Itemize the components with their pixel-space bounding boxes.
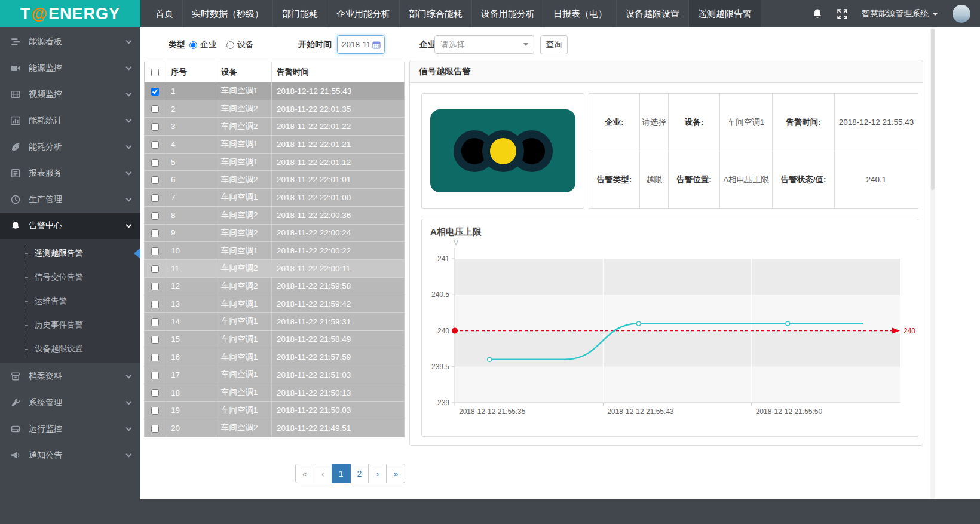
table-row[interactable]: 18车间空调12018-11-22 21:50:13 <box>145 384 405 402</box>
active-item-marker-icon <box>134 248 140 259</box>
row-checkbox[interactable] <box>151 354 159 361</box>
row-checkbox[interactable] <box>151 336 159 344</box>
table-row[interactable]: 13车间空调12018-11-22 21:59:42 <box>145 295 405 313</box>
nav-item-2[interactable]: 实时数据（秒级） <box>182 0 272 27</box>
table-row[interactable]: 7车间空调12018-11-22 22:01:00 <box>145 189 405 207</box>
type-radio-2[interactable]: 设备 <box>226 39 254 50</box>
sidebar-item-10[interactable]: 系统管理 <box>0 390 140 416</box>
start-time-input[interactable]: 2018-11 <box>337 35 385 54</box>
row-device: 车间空调2 <box>216 277 272 295</box>
sidebar-item-5[interactable]: 能耗分析 <box>0 134 140 160</box>
row-checkbox[interactable] <box>151 123 159 131</box>
page-first-button[interactable]: « <box>295 464 314 483</box>
table-row[interactable]: 3车间空调22018-11-22 22:01:22 <box>145 118 405 136</box>
page-next-button[interactable]: › <box>368 464 387 483</box>
sidebar-item-11[interactable]: 运行监控 <box>0 416 140 442</box>
sidebar-subitem-5[interactable]: 设备越限设置 <box>0 337 140 361</box>
table-row[interactable]: 16车间空调12018-11-22 21:57:59 <box>145 348 405 366</box>
table-row[interactable]: 19车间空调12018-11-22 21:50:03 <box>145 402 405 419</box>
radio-icon[interactable] <box>189 41 197 49</box>
table-row[interactable]: 5车间空调12018-11-22 22:01:12 <box>145 153 405 171</box>
row-checkbox[interactable] <box>151 247 159 255</box>
sidebar-subitem-1[interactable]: 遥测越限告警 <box>0 241 140 265</box>
row-device: 车间空调2 <box>216 171 272 189</box>
row-checkbox[interactable] <box>151 194 159 202</box>
page-2-button[interactable]: 2 <box>350 464 369 483</box>
row-checkbox[interactable] <box>151 301 159 308</box>
row-time: 2018-11-22 21:50:03 <box>272 402 405 419</box>
table-row[interactable]: 6车间空调22018-11-22 22:01:01 <box>145 171 405 189</box>
row-checkbox[interactable] <box>151 265 159 273</box>
sidebar-subitem-3[interactable]: 运维告警 <box>0 289 140 313</box>
table-row[interactable]: 9车间空调22018-11-22 22:00:24 <box>145 224 405 242</box>
page-prev-button[interactable]: ‹ <box>314 464 332 483</box>
select-all-checkbox[interactable] <box>151 69 159 76</box>
row-checkbox[interactable] <box>151 372 159 379</box>
sidebar-subitem-4[interactable]: 历史事件告警 <box>0 313 140 337</box>
sidebar-item-1[interactable]: 能源看板 <box>0 29 140 55</box>
row-checkbox[interactable] <box>151 159 159 167</box>
nav-item-7[interactable]: 日报表（电） <box>544 0 616 27</box>
table-row[interactable]: 4车间空调12018-11-22 22:01:21 <box>145 136 405 154</box>
table-row[interactable]: 2车间空调22018-11-22 22:01:35 <box>145 100 405 118</box>
sidebar-item-12[interactable]: 通知公告 <box>0 442 140 468</box>
fullscreen-icon[interactable] <box>837 9 847 19</box>
sidebar-subitem-2[interactable]: 信号变位告警 <box>0 265 140 289</box>
calendar-icon[interactable] <box>372 41 381 49</box>
nav-item-5[interactable]: 部门综合能耗 <box>399 0 471 27</box>
nav-item-6[interactable]: 设备用能分析 <box>471 0 544 27</box>
logo-at-icon: @ <box>31 5 48 23</box>
row-checkbox[interactable] <box>151 407 159 415</box>
query-button[interactable]: 查询 <box>540 35 568 54</box>
nav-item-3[interactable]: 部门能耗 <box>272 0 327 27</box>
row-checkbox[interactable] <box>151 176 159 184</box>
row-checkbox[interactable] <box>151 229 159 237</box>
radio-icon[interactable] <box>226 41 234 49</box>
sidebar-item-label: 报表服务 <box>29 168 62 179</box>
sidebar-item-6[interactable]: 报表服务 <box>0 160 140 186</box>
page-1-button[interactable]: 1 <box>332 464 351 483</box>
table-row[interactable]: 15车间空调12018-11-22 21:58:49 <box>145 330 405 348</box>
system-title: 智慧能源管理系统 <box>862 8 929 19</box>
row-device: 车间空调2 <box>216 206 272 224</box>
system-title-dropdown[interactable]: 智慧能源管理系统 <box>862 8 938 19</box>
table-row[interactable]: 14车间空调12018-11-22 21:59:31 <box>145 312 405 330</box>
table-row[interactable]: 11车间空调22018-11-22 22:00:11 <box>145 259 405 277</box>
sidebar-subitem-label: 信号变位告警 <box>35 272 83 283</box>
enterprise-select[interactable]: 请选择 <box>434 35 534 54</box>
alarm-status-label: 告警状态/值: <box>773 151 835 209</box>
sidebar-item-8[interactable]: 告警中心 <box>0 213 140 239</box>
table-row[interactable]: 8车间空调22018-11-22 22:00:36 <box>145 206 405 224</box>
row-checkbox[interactable] <box>151 105 159 113</box>
table-row[interactable]: 1车间空调12018-12-12 21:55:43 <box>145 82 405 100</box>
sidebar-item-7[interactable]: 生产管理 <box>0 186 140 213</box>
row-checkbox[interactable] <box>151 318 159 326</box>
row-checkbox[interactable] <box>151 283 159 290</box>
nav-item-4[interactable]: 企业用能分析 <box>327 0 399 27</box>
scrollbar[interactable] <box>930 27 935 499</box>
sidebar-item-2[interactable]: 能源监控 <box>0 55 140 81</box>
table-row[interactable]: 12车间空调22018-11-22 21:59:58 <box>145 277 405 295</box>
scrollbar-thumb[interactable] <box>931 29 935 190</box>
row-device: 车间空调1 <box>216 136 272 154</box>
sidebar-item-3[interactable]: 视频监控 <box>0 81 140 108</box>
table-row[interactable]: 20车间空调22018-11-22 21:49:51 <box>145 419 405 437</box>
row-checkbox[interactable] <box>151 141 159 149</box>
nav-item-8[interactable]: 设备越限设置 <box>616 0 688 27</box>
row-checkbox[interactable] <box>151 88 159 96</box>
top-header: T@ENERGY 首页实时数据（秒级）部门能耗企业用能分析部门综合能耗设备用能分… <box>0 0 980 27</box>
row-checkbox[interactable] <box>151 425 159 433</box>
type-radio-1[interactable]: 企业 <box>189 39 217 50</box>
page-last-button[interactable]: » <box>386 464 405 483</box>
row-checkbox[interactable] <box>151 389 159 397</box>
bell-icon[interactable] <box>812 8 823 20</box>
row-checkbox[interactable] <box>151 212 159 220</box>
avatar[interactable] <box>953 5 970 23</box>
nav-item-1[interactable]: 首页 <box>146 0 182 27</box>
table-row[interactable]: 17车间空调12018-11-22 21:51:03 <box>145 366 405 384</box>
table-row[interactable]: 10车间空调12018-11-22 22:00:22 <box>145 242 405 260</box>
row-time: 2018-11-22 22:00:24 <box>272 224 405 242</box>
sidebar-item-9[interactable]: 档案资料 <box>0 363 140 390</box>
nav-item-9[interactable]: 遥测越限告警 <box>688 0 761 27</box>
sidebar-item-4[interactable]: 能耗统计 <box>0 108 140 134</box>
